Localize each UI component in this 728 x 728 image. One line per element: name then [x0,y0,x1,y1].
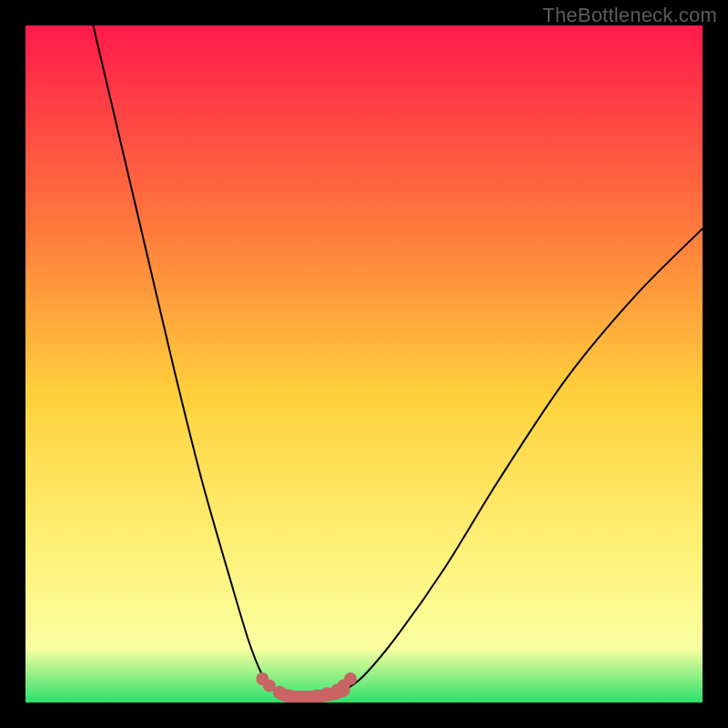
floor-marker [344,672,357,685]
plot-area [25,25,703,703]
bottleneck-curve-chart [25,25,703,703]
chart-frame: TheBottleneck.com [0,0,728,728]
floor-marker [283,690,296,703]
watermark-text: TheBottleneck.com [542,4,717,27]
gradient-background [25,25,703,703]
